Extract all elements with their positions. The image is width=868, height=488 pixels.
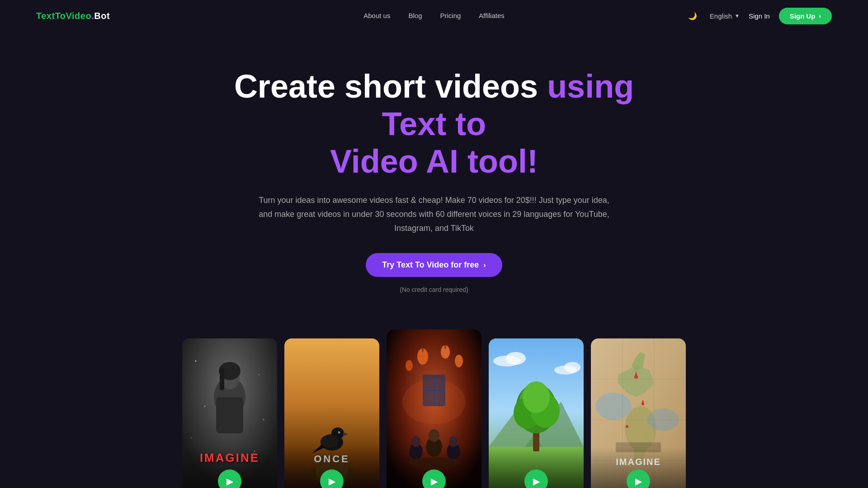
video-card-2-inner: ONCE ▶: [284, 338, 379, 488]
signin-button[interactable]: Sign In: [749, 12, 770, 20]
video-card-5-inner: IMAGINE ▶: [591, 338, 686, 488]
svg-point-33: [411, 436, 420, 447]
hero-section: Create short videos using Text toVideo A…: [0, 32, 868, 320]
card1-overlay-text: IMAGINE: [200, 451, 259, 465]
nav-right: 🌙 English ▼ Sign In Sign Up ›: [684, 8, 832, 24]
cta-label: Try Text To Video for free: [382, 260, 479, 270]
svg-point-6: [195, 361, 197, 362]
video-card-3: ▶: [387, 329, 481, 488]
no-credit-card-text: (No credit card required): [18, 286, 850, 293]
card2-overlay-text: ONCE: [314, 453, 350, 465]
video-card-3-inner: ▶: [387, 329, 481, 488]
logo-text-1: TextToVideo: [36, 11, 91, 21]
navigation: TextToVideo.Bot About us Blog Pricing Af…: [0, 0, 868, 32]
nav-blog[interactable]: Blog: [408, 12, 422, 19]
svg-point-9: [263, 419, 264, 421]
language-label: English: [710, 12, 732, 20]
svg-point-7: [259, 374, 259, 375]
cta-container: Try Text To Video for free ›: [18, 253, 850, 284]
svg-point-28: [455, 355, 463, 367]
svg-point-35: [449, 436, 458, 447]
svg-point-53: [564, 362, 580, 373]
nav-affiliates[interactable]: Affiliates: [479, 12, 504, 19]
svg-point-70: [626, 425, 628, 428]
svg-point-19: [321, 435, 339, 448]
svg-point-31: [429, 429, 439, 442]
chevron-down-icon: ▼: [735, 13, 740, 19]
logo-text-2: Bot: [94, 11, 110, 21]
dark-mode-toggle[interactable]: 🌙: [684, 8, 701, 24]
svg-point-21: [339, 432, 340, 433]
video-card-1-inner: IMAGINE ▶: [182, 338, 277, 488]
nav-about[interactable]: About us: [363, 12, 390, 19]
logo[interactable]: TextToVideo.Bot: [36, 11, 110, 21]
arrow-icon: ›: [819, 12, 821, 19]
svg-point-10: [191, 437, 192, 438]
svg-rect-5: [220, 368, 224, 390]
video-card-2: ONCE ▶: [284, 338, 379, 488]
video-card-1: IMAGINE ▶: [182, 338, 277, 488]
svg-point-58: [595, 393, 632, 420]
svg-point-8: [204, 406, 205, 407]
svg-rect-24: [422, 348, 424, 352]
video-card-4: ▶: [489, 338, 584, 488]
svg-rect-3: [216, 397, 243, 433]
hero-subtitle: Turn your ideas into awesome videos fast…: [258, 193, 610, 235]
language-selector[interactable]: English ▼: [710, 12, 740, 20]
signup-label: Sign Up: [790, 12, 816, 20]
svg-point-27: [406, 360, 413, 371]
hero-title-white: Create short videos: [234, 68, 538, 104]
signup-button[interactable]: Sign Up ›: [779, 8, 832, 24]
cta-button[interactable]: Try Text To Video for free ›: [366, 253, 502, 277]
svg-point-51: [506, 352, 526, 365]
hero-title: Create short videos using Text toVideo A…: [208, 68, 660, 180]
video-card-4-inner: ▶: [489, 338, 584, 488]
nav-links: About us Blog Pricing Affiliates: [363, 12, 505, 20]
nav-pricing[interactable]: Pricing: [440, 12, 461, 19]
video-grid: IMAGINE ▶: [0, 320, 868, 488]
cta-arrow-icon: ›: [483, 261, 486, 269]
svg-point-49: [523, 381, 550, 413]
video-card-5: IMAGINE ▶: [591, 338, 686, 488]
svg-rect-26: [444, 345, 446, 349]
card5-overlay-text: IMAGINE: [616, 457, 661, 467]
